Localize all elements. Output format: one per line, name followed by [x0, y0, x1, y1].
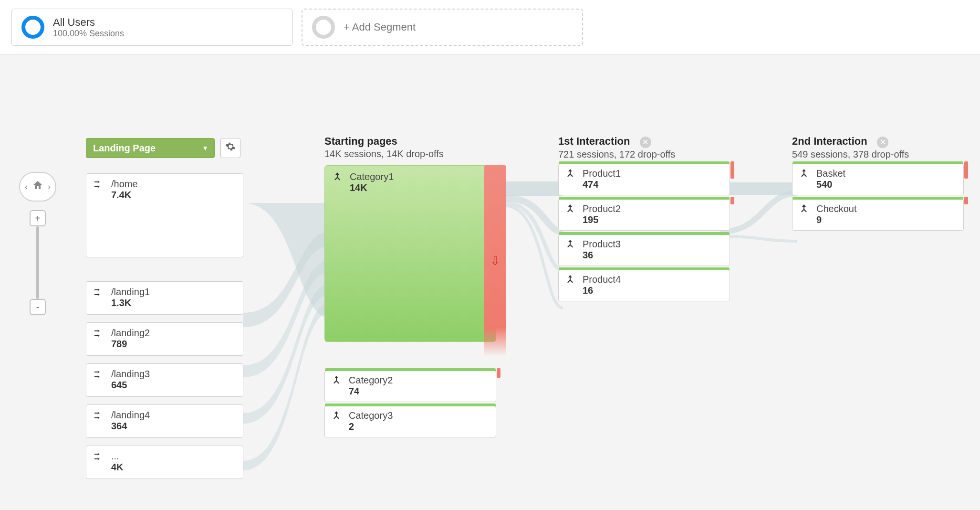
flow-canvas[interactable]: ‹ › + - Landing Page /home7.4K/landing11… — [0, 55, 980, 510]
column-title: 2nd Interaction — [792, 135, 867, 147]
landing-label: /landing3 — [111, 369, 150, 380]
dropoff-mini — [964, 197, 968, 204]
gear-icon — [225, 141, 236, 155]
landing-label: ... — [111, 451, 124, 462]
dropoff-arrow-icon: ⇩ — [490, 254, 500, 268]
node-category1[interactable]: Category1 14K — [324, 165, 496, 342]
flow-node[interactable]: Checkout9 — [792, 199, 964, 231]
dimension-selector-label: Landing Page — [93, 143, 156, 154]
node-value: 195 — [583, 214, 621, 225]
node-label: Product4 — [583, 274, 621, 285]
landing-page-list: /home7.4K/landing11.3K/landing2789/landi… — [86, 173, 243, 487]
node-label: Category1 — [350, 171, 394, 182]
node-value: 9 — [816, 214, 857, 225]
nav-home-pill[interactable]: ‹ › — [19, 172, 56, 202]
merge-icon — [564, 168, 576, 180]
landing-item[interactable]: /landing11.3K — [86, 281, 243, 315]
node-value: 14K — [350, 182, 394, 193]
landing-value: 645 — [111, 380, 150, 391]
landing-label: /landing4 — [111, 410, 150, 421]
column-subtitle: 549 sessions, 378 drop-offs — [792, 149, 964, 160]
close-column-button[interactable]: ✕ — [640, 137, 651, 148]
node-category2[interactable]: Category2 74 — [324, 371, 496, 402]
merge-icon — [331, 375, 342, 386]
segment-add[interactable]: + Add Segment — [302, 9, 583, 46]
flow-node[interactable]: Product1474 — [558, 164, 730, 195]
node-label: Category2 — [349, 375, 393, 386]
flow-arrow-icon — [93, 369, 105, 381]
segment-all-users[interactable]: All Users 100.00% Sessions — [11, 9, 293, 46]
merge-icon — [798, 203, 810, 215]
close-column-button[interactable]: ✕ — [877, 137, 888, 148]
node-value: 16 — [583, 285, 621, 296]
merge-icon — [564, 274, 576, 286]
node-value: 74 — [349, 386, 393, 397]
landing-value: 4K — [111, 462, 124, 473]
landing-label: /home — [111, 179, 138, 190]
node-label: Basket — [816, 168, 845, 179]
segment-bar: All Users 100.00% Sessions + Add Segment — [0, 0, 980, 55]
zoom-rail[interactable] — [36, 226, 39, 299]
flow-node[interactable]: Product336 — [558, 234, 730, 266]
segment-title: All Users — [53, 16, 124, 29]
segment-subtitle: 100.00% Sessions — [53, 29, 124, 39]
dropoff-mini — [497, 368, 500, 378]
zoom-out-button[interactable]: - — [30, 299, 46, 315]
node-category3[interactable]: Category3 2 — [324, 406, 496, 437]
node-value: 2 — [349, 421, 393, 432]
node-value: 36 — [583, 250, 621, 261]
node-value: 540 — [816, 179, 845, 190]
zoom-in-button[interactable]: + — [30, 210, 46, 226]
node-value: 474 — [583, 179, 621, 190]
flow-arrow-icon — [93, 451, 105, 463]
column-2nd-interaction: 2nd Interaction ✕ 549 sessions, 378 drop… — [792, 135, 964, 231]
merge-icon — [798, 168, 810, 180]
landing-value: 7.4K — [111, 190, 138, 201]
node-label: Product3 — [583, 239, 621, 250]
node-label: Checkout — [816, 203, 857, 214]
dimension-selector[interactable]: Landing Page — [86, 138, 215, 158]
flow-arrow-icon — [93, 179, 105, 191]
landing-item[interactable]: /home7.4K — [86, 173, 243, 257]
settings-button[interactable] — [220, 138, 240, 158]
merge-icon — [564, 239, 576, 250]
nav-controls: ‹ › + - — [19, 172, 56, 315]
column-subtitle: 14K sessions, 14K drop-offs — [324, 149, 496, 159]
landing-value: 364 — [111, 421, 150, 432]
zoom-slider[interactable]: + - — [30, 210, 46, 315]
flow-node[interactable]: Product2195 — [558, 199, 730, 231]
flow-arrow-icon — [93, 287, 105, 299]
dropoff-bar[interactable]: ⇩ — [484, 165, 506, 356]
segment-circle-icon — [21, 16, 44, 39]
node-label: Category3 — [349, 410, 393, 421]
flow-arrow-icon — [93, 410, 105, 422]
merge-icon — [564, 203, 576, 215]
dropoff-mini — [730, 197, 734, 204]
dimension-selector-row: Landing Page — [86, 138, 240, 158]
nav-next-icon[interactable]: › — [48, 182, 51, 192]
landing-label: /landing2 — [111, 328, 150, 339]
column-starting-pages: Starting pages 14K sessions, 14K drop-of… — [324, 135, 496, 437]
segment-add-label: + Add Segment — [344, 21, 416, 33]
column-subtitle: 721 sessions, 172 drop-offs — [558, 149, 730, 160]
landing-item[interactable]: ...4K — [86, 446, 243, 479]
dropoff-mini — [730, 161, 734, 179]
landing-label: /landing1 — [111, 287, 150, 298]
landing-item[interactable]: /landing2789 — [86, 322, 243, 356]
landing-value: 1.3K — [111, 298, 150, 308]
flow-node[interactable]: Product416 — [558, 270, 730, 301]
node-label: Product2 — [583, 203, 621, 214]
flow-node[interactable]: Basket540 — [792, 164, 964, 195]
landing-item[interactable]: /landing3645 — [86, 363, 243, 397]
landing-item[interactable]: /landing4364 — [86, 404, 243, 438]
nav-prev-icon[interactable]: ‹ — [25, 182, 28, 192]
column-title: Starting pages — [324, 135, 496, 148]
landing-value: 789 — [111, 339, 150, 350]
merge-icon — [331, 410, 342, 422]
node-label: Product1 — [583, 168, 621, 179]
flow-arrow-icon — [93, 328, 105, 340]
column-1st-interaction: 1st Interaction ✕ 721 sessions, 172 drop… — [558, 135, 730, 301]
home-icon[interactable] — [32, 180, 43, 194]
column-title: 1st Interaction — [558, 135, 630, 147]
dropoff-mini — [964, 161, 968, 179]
